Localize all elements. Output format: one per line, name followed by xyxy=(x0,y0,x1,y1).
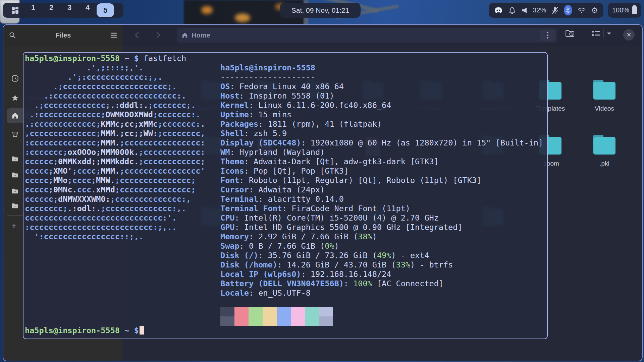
folder-search-icon[interactable] xyxy=(565,29,575,38)
workspace-list: 12345 xyxy=(24,3,114,17)
folder-label: Videos xyxy=(595,105,614,112)
clock-text: Sat, 09 Nov, 01:21 xyxy=(291,6,349,14)
space xyxy=(129,326,134,335)
close-window-button[interactable]: ✕ xyxy=(623,29,635,41)
breadcrumb-label: Home xyxy=(192,32,210,39)
palette-color-swatch xyxy=(220,316,234,326)
palette-color-swatch xyxy=(277,307,291,316)
palette-color-swatch xyxy=(234,316,249,326)
breadcrumb[interactable]: Home xyxy=(177,28,557,43)
battery-icon xyxy=(632,6,637,14)
files-headerbar: Files Home xyxy=(3,25,642,46)
clock-widget[interactable]: Sat, 09 Nov, 01:21 xyxy=(280,3,361,18)
bluetooth-icon[interactable] xyxy=(564,5,572,15)
terminal-cursor[interactable] xyxy=(140,326,144,335)
workspace-2[interactable]: 2 xyxy=(42,3,60,17)
folder-label: .pki xyxy=(599,160,609,167)
typed-command: fastfetch xyxy=(139,54,186,63)
folder-item-.pki[interactable]: .pki xyxy=(583,137,626,167)
palette-color-swatch xyxy=(305,316,319,326)
prompt-symbol: $ xyxy=(134,54,139,63)
prompt-path: ~ xyxy=(124,54,129,63)
palette-color-swatch xyxy=(277,316,291,326)
plus-icon: + xyxy=(11,222,16,230)
fastfetch-info: ha5pls@inspiron-5558--------------------… xyxy=(220,63,543,298)
workspace-3[interactable]: 3 xyxy=(60,3,78,17)
hamburger-menu-icon[interactable] xyxy=(110,33,117,38)
palette-color-swatch xyxy=(249,316,263,326)
notifications-bell-icon[interactable] xyxy=(508,6,516,15)
view-toggle-button[interactable] xyxy=(591,29,612,38)
files-toolbar: Home ✕ xyxy=(122,25,642,46)
palette-row-1 xyxy=(220,307,333,316)
search-icon[interactable] xyxy=(9,32,16,39)
palette-color-swatch xyxy=(291,316,305,326)
palette-color-swatch xyxy=(249,307,263,316)
mic-muted-icon[interactable] xyxy=(551,6,559,14)
palette-color-swatch xyxy=(263,307,277,316)
space xyxy=(120,54,124,63)
star-icon xyxy=(11,94,19,102)
shell-prompt-input-line[interactable]: ha5pls@inspiron-5558 ~ $ xyxy=(25,326,144,335)
app-launcher-icon[interactable] xyxy=(6,6,24,14)
home-icon xyxy=(181,32,188,39)
volume-speaker-icon[interactable] xyxy=(522,7,528,14)
workspace-4[interactable]: 4 xyxy=(78,3,97,17)
palette-color-swatch xyxy=(220,307,234,316)
app-title: Files xyxy=(56,32,71,39)
folder-icon xyxy=(11,203,19,209)
kebab-menu-icon[interactable] xyxy=(540,29,555,41)
trash-icon xyxy=(11,130,19,137)
volume-level: 32% xyxy=(533,6,546,14)
tower-light xyxy=(201,6,213,14)
battery-widget[interactable]: 100% xyxy=(608,3,641,18)
tower-light xyxy=(235,13,250,22)
terminal-content[interactable]: ha5pls@inspiron-5558 ~ $ fastfetch .',;:… xyxy=(23,53,547,339)
prompt-user-host: ha5pls@inspiron-5558 xyxy=(25,326,120,335)
folder-icon xyxy=(593,137,615,155)
palette-color-swatch xyxy=(319,316,333,326)
prompt-user-host: ha5pls@inspiron-5558 xyxy=(25,54,120,63)
folder-item-Videos[interactable]: Videos xyxy=(583,82,626,112)
back-button[interactable] xyxy=(131,29,143,41)
workspace-1[interactable]: 1 xyxy=(24,3,42,17)
folder-icon xyxy=(11,188,19,194)
home-icon xyxy=(11,112,19,119)
terminal-color-palette xyxy=(220,307,333,326)
palette-color-swatch xyxy=(234,307,249,316)
workspace-5[interactable]: 5 xyxy=(97,3,114,17)
folder-icon xyxy=(11,172,19,178)
palette-color-swatch xyxy=(305,307,319,316)
folder-icon xyxy=(11,156,19,162)
space xyxy=(120,326,124,335)
palette-color-swatch xyxy=(319,307,333,316)
system-tray[interactable]: 32% ⚙ xyxy=(489,3,603,18)
prompt-path: ~ xyxy=(124,326,129,335)
workspace-pill[interactable]: 12345 xyxy=(3,3,123,18)
recent-clock-icon xyxy=(11,75,19,82)
terminal-window[interactable]: ha5pls@inspiron-5558 ~ $ fastfetch .',;:… xyxy=(23,52,548,339)
shell-prompt-command-line: ha5pls@inspiron-5558 ~ $ fastfetch xyxy=(25,54,186,63)
folder-icon xyxy=(593,82,615,100)
fedora-ascii-logo: .',;::::;,'. .';:cccccccccccc:;,. .;cccc… xyxy=(25,63,205,241)
forward-button[interactable] xyxy=(153,29,164,41)
sidebar-header: Files xyxy=(3,25,122,46)
palette-color-swatch xyxy=(291,307,305,316)
wifi-icon[interactable] xyxy=(577,7,586,14)
palette-row-2 xyxy=(220,316,333,326)
palette-color-swatch xyxy=(263,316,277,326)
discord-icon[interactable] xyxy=(494,7,503,14)
battery-level: 100% xyxy=(612,6,629,14)
settings-gear-icon[interactable]: ⚙ xyxy=(591,6,598,15)
space xyxy=(129,54,134,63)
prompt-symbol: $ xyxy=(134,326,139,335)
chevron-down-icon xyxy=(606,32,612,35)
